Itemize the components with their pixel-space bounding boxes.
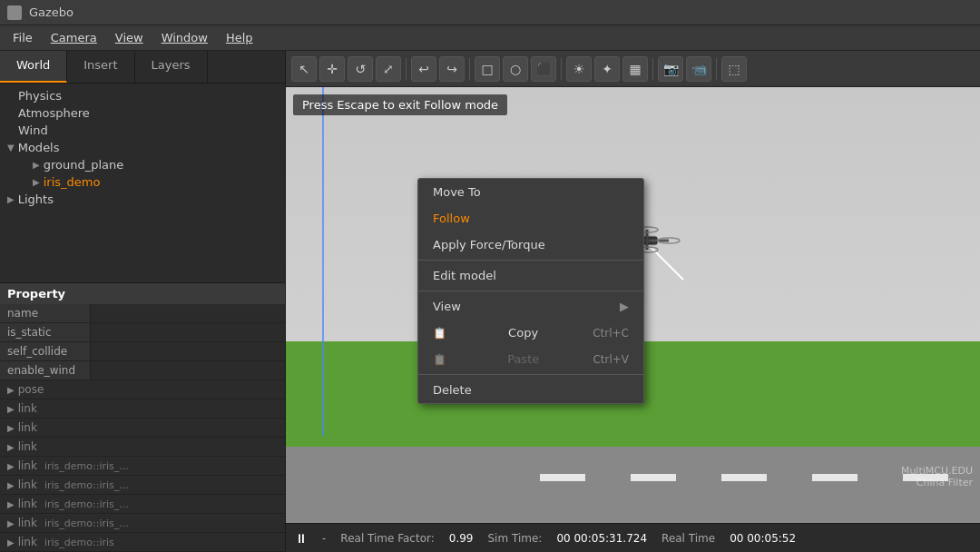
property-val-self-collide[interactable] xyxy=(91,342,285,360)
tree-item-physics[interactable]: Physics xyxy=(0,87,285,104)
ctx-sep-2 xyxy=(418,291,643,291)
ctx-copy[interactable]: 📋 Copy Ctrl+C xyxy=(418,320,643,346)
menu-help[interactable]: Help xyxy=(217,27,262,48)
menu-camera[interactable]: Camera xyxy=(42,27,106,48)
screenshot-btn[interactable]: 📷 xyxy=(658,56,683,82)
link7-arrow: ▶ xyxy=(7,518,15,528)
menu-bar: File Camera View Window Help xyxy=(0,25,980,51)
property-val-enable-wind[interactable] xyxy=(91,361,285,380)
translate-tool-btn[interactable]: ✛ xyxy=(319,56,345,82)
property-link-pose[interactable]: ▶ pose xyxy=(0,380,285,399)
property-link-link7[interactable]: ▶ link iris_demo::iris_... xyxy=(0,514,285,533)
property-link-link5[interactable]: ▶ link iris_demo::iris_... xyxy=(0,476,285,495)
link1-arrow: ▶ xyxy=(7,404,15,414)
tab-world[interactable]: World xyxy=(0,51,67,83)
property-panel: Property name is_static self_collide ena… xyxy=(0,282,285,552)
sphere-btn[interactable]: ○ xyxy=(503,56,528,82)
tree-item-atmosphere[interactable]: Atmosphere xyxy=(0,104,285,122)
road-marking-1 xyxy=(540,474,585,481)
title-text: Gazebo xyxy=(29,5,74,19)
ctx-paste[interactable]: 📋 Paste Ctrl+V xyxy=(418,346,643,372)
link7-sub: iris_demo::iris_... xyxy=(44,518,129,529)
road-marking-3 xyxy=(721,474,767,481)
property-link-link8[interactable]: ▶ link iris_demo::iris xyxy=(0,533,285,552)
menu-file[interactable]: File xyxy=(4,27,42,48)
box-btn[interactable]: □ xyxy=(475,56,500,82)
redo-btn[interactable]: ↪ xyxy=(439,56,465,82)
scale-tool-btn[interactable]: ⤢ xyxy=(376,56,401,82)
tree-arrow-ground: ▶ xyxy=(33,160,40,170)
property-row-is-static: is_static xyxy=(0,323,285,342)
ctx-sep-3 xyxy=(418,374,643,375)
rotate-tool-btn[interactable]: ↺ xyxy=(348,56,373,82)
app-icon xyxy=(7,5,22,20)
link5-label: link xyxy=(18,478,37,491)
ctx-copy-icon: 📋 xyxy=(433,327,446,340)
road-marking-2 xyxy=(631,474,676,481)
tab-bar: World Insert Layers xyxy=(0,51,285,84)
property-val-is-static[interactable] xyxy=(91,323,285,341)
ctx-view[interactable]: View ▶ xyxy=(418,293,643,320)
record-btn[interactable]: 📹 xyxy=(686,56,711,82)
ctx-paste-icon: 📋 xyxy=(433,353,446,366)
link5-sub: iris_demo::iris_... xyxy=(44,479,129,491)
pose-label: pose xyxy=(18,383,44,396)
ctx-move-to[interactable]: Move To xyxy=(418,179,643,205)
undo-btn[interactable]: ↩ xyxy=(411,56,436,82)
ctx-delete-label: Delete xyxy=(433,383,472,397)
scene-tree: Physics Atmosphere Wind ▼ Models ▶ groun… xyxy=(0,84,285,282)
road xyxy=(286,447,980,523)
link2-arrow: ▶ xyxy=(7,423,15,433)
tree-item-wind[interactable]: Wind xyxy=(0,122,285,139)
property-row-self-collide: self_collide xyxy=(0,342,285,361)
link3-label: link xyxy=(18,440,37,453)
link8-label: link xyxy=(18,536,37,548)
link1-label: link xyxy=(18,402,37,415)
link4-label: link xyxy=(18,459,37,472)
tree-label: Wind xyxy=(18,123,48,137)
ctx-apply-force[interactable]: Apply Force/Torque xyxy=(418,232,643,258)
context-menu: Move To Follow Apply Force/Torque Edit m… xyxy=(417,178,644,404)
menu-view[interactable]: View xyxy=(106,27,152,48)
blue-line xyxy=(322,87,324,436)
toolbar-sep-2 xyxy=(469,58,470,80)
tree-item-ground-plane[interactable]: ▶ ground_plane xyxy=(0,156,285,173)
property-val-name[interactable] xyxy=(91,304,285,322)
ctx-edit-model-label: Edit model xyxy=(433,269,496,282)
ctx-delete[interactable]: Delete xyxy=(418,377,643,403)
link8-sub: iris_demo::iris xyxy=(44,537,114,548)
tree-label: Lights xyxy=(18,192,54,206)
ctx-sep-1 xyxy=(418,260,643,261)
tab-insert[interactable]: Insert xyxy=(67,51,134,83)
status-bar: ⏸ - Real Time Factor: 0.99 Sim Time: 00 … xyxy=(286,523,980,552)
grid-btn[interactable]: ▦ xyxy=(622,56,648,82)
link7-label: link xyxy=(18,517,37,529)
ctx-follow[interactable]: Follow xyxy=(418,205,643,232)
align-btn[interactable]: ⬚ xyxy=(721,56,747,82)
cylinder-btn[interactable]: ⬛ xyxy=(531,56,556,82)
light-btn[interactable]: ✦ xyxy=(594,56,620,82)
property-link-link2[interactable]: ▶ link xyxy=(0,419,285,438)
sun-btn[interactable]: ☀ xyxy=(566,56,592,82)
tree-item-lights[interactable]: ▶ Lights xyxy=(0,191,285,208)
link8-arrow: ▶ xyxy=(7,537,15,547)
property-key-is-static: is_static xyxy=(0,323,91,341)
play-pause-btn[interactable]: ⏸ xyxy=(295,531,308,546)
property-row-name: name xyxy=(0,304,285,323)
property-link-link1[interactable]: ▶ link xyxy=(0,399,285,419)
property-link-link6[interactable]: ▶ link iris_demo::iris_... xyxy=(0,495,285,514)
select-tool-btn[interactable]: ↖ xyxy=(291,56,317,82)
tree-item-iris-demo[interactable]: ▶ iris_demo xyxy=(0,173,285,191)
real-time-value: 00 00:05:52 xyxy=(730,532,796,545)
property-link-link4[interactable]: ▶ link iris_demo::iris_... xyxy=(0,457,285,476)
menu-window[interactable]: Window xyxy=(152,27,217,48)
property-link-link3[interactable]: ▶ link xyxy=(0,438,285,457)
real-time-factor-label: Real Time Factor: xyxy=(340,532,434,545)
ctx-edit-model[interactable]: Edit model xyxy=(418,262,643,289)
tab-layers[interactable]: Layers xyxy=(135,51,208,83)
tree-label: Models xyxy=(18,141,60,154)
svg-line-1 xyxy=(647,243,683,280)
watermark-line1: MultiMCU.EDU xyxy=(901,465,973,477)
tree-item-models[interactable]: ▼ Models xyxy=(0,139,285,156)
watermark-line2: China Filter xyxy=(901,477,973,488)
